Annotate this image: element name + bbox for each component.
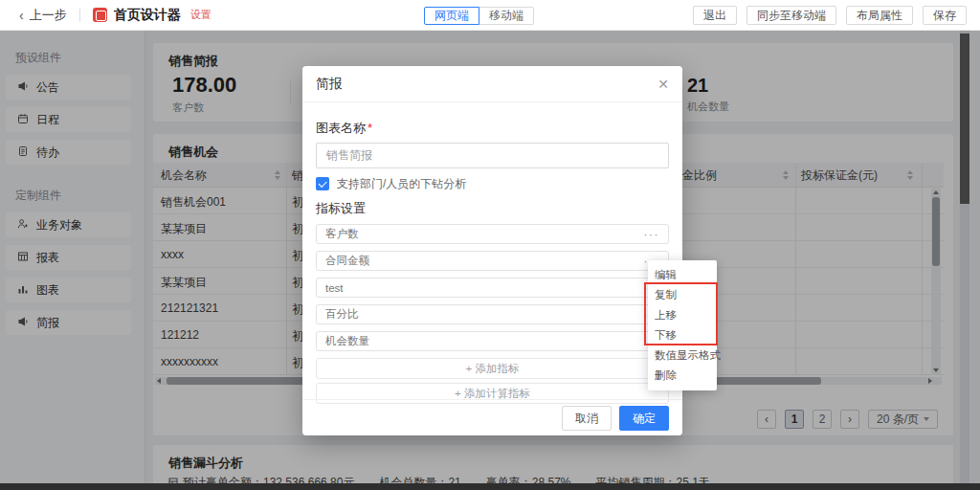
add-indicator-button[interactable]: + 添加指标 xyxy=(316,358,669,379)
page-title: 首页设计器 xyxy=(114,7,181,24)
drill-down-label: 支持部门/人员的下钻分析 xyxy=(337,176,466,192)
briefing-settings-modal: 简报 ✕ 图表名称* 销售简报 支持部门/人员的下钻分析 指标设置 客户数···… xyxy=(302,66,682,435)
divider xyxy=(79,9,80,22)
modal-footer: 取消 确定 xyxy=(302,399,682,435)
toolbar-actions: 退出 同步至移动端 布局属性 保存 xyxy=(693,6,967,25)
menu-item-move-up[interactable]: 上移 xyxy=(648,305,717,325)
menu-item-copy[interactable]: 复制 xyxy=(648,285,717,305)
menu-item-edit[interactable]: 编辑 xyxy=(648,265,717,285)
confirm-button[interactable]: 确定 xyxy=(619,406,669,431)
indicator-label: 百分比 xyxy=(325,307,359,322)
homepage-designer: ‹ 上一步 首页设计器 设置 网页端 移动端 退出 同步至移动端 布局属性 保存… xyxy=(0,0,980,490)
cancel-button[interactable]: 取消 xyxy=(562,406,612,431)
indicator-label: 合同金额 xyxy=(325,254,369,268)
tab-mobile[interactable]: 移动端 xyxy=(479,7,534,25)
checkbox-checked-icon[interactable] xyxy=(316,177,329,190)
settings-link[interactable]: 设置 xyxy=(190,8,212,22)
window-bottom-edge xyxy=(0,483,980,490)
exit-button[interactable]: 退出 xyxy=(693,6,737,25)
chart-name-input[interactable]: 销售简报 xyxy=(316,143,669,168)
tab-web[interactable]: 网页端 xyxy=(424,7,479,25)
indicator-label: test xyxy=(325,282,344,294)
device-tabs: 网页端 移动端 xyxy=(424,7,534,25)
chart-name-label: 图表名称* xyxy=(316,120,669,137)
app-logo-icon xyxy=(93,8,107,22)
indicator-context-menu: 编辑 复制 上移 下移 数值显示格式 删除 xyxy=(648,260,717,390)
indicator-row-percentage[interactable]: 百分比··· xyxy=(316,304,669,324)
modal-body: 图表名称* 销售简报 支持部门/人员的下钻分析 指标设置 客户数··· 合同金额… xyxy=(302,120,682,404)
more-actions-icon[interactable]: ··· xyxy=(644,230,660,239)
modal-header: 简报 ✕ xyxy=(302,66,682,102)
indicator-row-customer-count[interactable]: 客户数··· xyxy=(316,224,669,244)
required-mark: * xyxy=(368,121,372,135)
label-text: 图表名称 xyxy=(316,121,366,135)
drill-down-option: 支持部门/人员的下钻分析 xyxy=(316,177,669,190)
indicator-row-contract-amount[interactable]: 合同金额··· xyxy=(316,251,669,271)
layout-properties-button[interactable]: 布局属性 xyxy=(846,6,913,25)
indicator-label: 机会数量 xyxy=(325,334,369,348)
back-button[interactable]: ‹ 上一步 xyxy=(19,7,67,24)
indicator-row-opportunity-count[interactable]: 机会数量··· xyxy=(316,331,669,351)
close-icon[interactable]: ✕ xyxy=(657,77,669,92)
indicator-settings-label: 指标设置 xyxy=(316,200,669,217)
indicator-label: 客户数 xyxy=(325,227,359,241)
save-button[interactable]: 保存 xyxy=(923,6,967,25)
back-label: 上一步 xyxy=(30,7,67,24)
top-toolbar: ‹ 上一步 首页设计器 设置 网页端 移动端 退出 同步至移动端 布局属性 保存 xyxy=(0,0,980,31)
indicator-row-test[interactable]: test··· xyxy=(316,278,669,298)
sync-to-mobile-button[interactable]: 同步至移动端 xyxy=(746,6,836,25)
menu-item-delete[interactable]: 删除 xyxy=(648,366,717,386)
modal-title: 简报 xyxy=(316,76,343,93)
menu-item-number-format[interactable]: 数值显示格式 xyxy=(648,345,717,366)
chevron-left-icon: ‹ xyxy=(19,8,24,23)
menu-item-move-down[interactable]: 下移 xyxy=(648,325,717,345)
